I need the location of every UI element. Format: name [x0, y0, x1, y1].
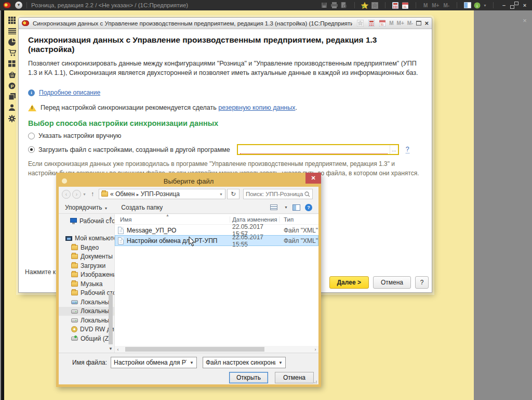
column-date[interactable]: Дата изменения [230, 216, 280, 223]
browse-button[interactable]: ... [390, 145, 398, 154]
split-window-icon[interactable] [463, 2, 471, 9]
parking-icon[interactable]: P [8, 82, 17, 89]
scroll-left-icon[interactable]: ‹ [115, 347, 121, 352]
memory-m-minus-button[interactable]: M- [407, 20, 414, 26]
sidebar-item-local-disk[interactable]: Локальный диск [59, 316, 114, 325]
dialog-cancel-button[interactable]: Отмена [275, 372, 314, 383]
apps-grid-icon[interactable] [8, 16, 17, 24]
sidebar-item-pictures[interactable]: Изображения [59, 270, 114, 280]
sidebar-item-dvd[interactable]: DVD RW дисково [59, 325, 114, 334]
memory-m-plus-button[interactable]: M+ [431, 3, 440, 8]
search-box[interactable] [243, 189, 313, 199]
calculator-icon[interactable] [367, 20, 375, 27]
open-button[interactable]: Открыть [229, 372, 268, 383]
view-mode-icon[interactable] [270, 204, 277, 210]
forward-button[interactable]: › [72, 190, 81, 199]
tiles-icon[interactable] [8, 60, 17, 68]
breadcrumb[interactable]: « Обмен ▸ УПП-Розница [110, 190, 180, 198]
up-button[interactable]: ↑ [88, 189, 97, 199]
documents-icon[interactable] [8, 93, 17, 100]
sidebar-item-local-disk[interactable]: Локальный диск [59, 298, 114, 307]
save-icon[interactable] [321, 2, 328, 9]
sidebar-item-desktop-folder[interactable]: Рабочий стол [59, 289, 114, 298]
input-help-link[interactable]: ? [406, 146, 409, 153]
help-icon[interactable]: ? [305, 204, 312, 211]
sidebar-item-computer[interactable]: Мой компьютер - [59, 234, 114, 243]
organize-button[interactable]: Упорядочить▼ [65, 204, 108, 211]
favorites-icon[interactable] [371, 2, 379, 9]
dialog-close-button[interactable]: ✕ [305, 173, 321, 184]
add-favorite-icon[interactable] [361, 2, 369, 9]
menu-lines-icon[interactable] [8, 27, 17, 35]
new-folder-button[interactable]: Создать папку [121, 204, 163, 211]
next-button[interactable]: Далее > [329, 276, 369, 289]
info-icon[interactable]: i [473, 2, 481, 9]
desktop-icon [70, 218, 77, 223]
sidebar-item-music[interactable]: Музыка [59, 279, 114, 289]
search-input[interactable] [246, 191, 304, 197]
calendar-icon[interactable]: 31 [402, 2, 409, 9]
memory-m-button[interactable]: M [422, 3, 429, 8]
radio-load-file-label[interactable]: Загрузить файл с настройками, созданный … [38, 146, 230, 153]
memory-m-button[interactable]: M [389, 20, 393, 26]
column-headers: Имя Дата изменения Тип [115, 214, 318, 225]
radio-load-file[interactable] [28, 146, 35, 153]
input-underline [240, 151, 388, 154]
back-button[interactable]: ‹ [62, 190, 71, 199]
minimize-button[interactable]: – [500, 2, 508, 8]
sidebar-item-local-disk[interactable]: Локальный диск [59, 307, 114, 316]
sidebar-item-downloads[interactable]: Загрузки [59, 261, 114, 270]
column-name[interactable]: Имя [115, 216, 230, 223]
filename-combobox[interactable]: Настройки обмена для РТ-УПП▼ [111, 357, 197, 368]
preview-pane-icon[interactable] [292, 204, 300, 211]
resize-grip[interactable] [314, 380, 317, 383]
warning-text: Перед настройкой синхронизации рекоменду… [41, 104, 297, 111]
memory-m-plus-button[interactable]: M+ [397, 20, 404, 26]
help-button[interactable]: ? [415, 276, 429, 289]
cart-icon[interactable] [8, 49, 17, 57]
scroll-up-icon[interactable]: ▲ [108, 215, 113, 221]
sidebar-item-documents[interactable]: Документы [59, 252, 114, 262]
panel-close-icon[interactable]: × [521, 17, 529, 25]
scroll-thumb[interactable] [109, 293, 113, 344]
chevron-down-icon[interactable]: ▼ [483, 4, 487, 7]
sidebar-item-videos[interactable]: Видео [59, 243, 114, 252]
table-row[interactable]: Message_УП_РО 22.05.2017 15:57 Файл "XML… [115, 225, 318, 235]
radio-manual-label[interactable]: Указать настройки вручную [38, 132, 121, 139]
favorites-icon[interactable] [356, 20, 364, 27]
basket-icon[interactable] [8, 71, 17, 79]
scroll-thumb[interactable] [125, 347, 264, 352]
window-close-button[interactable]: × [424, 20, 429, 27]
details-link[interactable]: Подробное описание [39, 89, 100, 96]
sidebar-item-desktop[interactable]: Рабочий стол [59, 216, 114, 226]
cancel-button[interactable]: Отмена [373, 276, 411, 289]
column-type[interactable]: Тип [280, 216, 318, 223]
sidebar-scrollbar[interactable]: ▲ ▼ [108, 215, 113, 352]
view-caret-icon[interactable]: ▼ [284, 205, 288, 209]
scroll-right-icon[interactable]: › [312, 347, 318, 352]
backup-link[interactable]: резервную копию данных [218, 104, 295, 111]
history-caret-icon[interactable]: ▼ [83, 192, 86, 196]
dialog-footer: Имя файла: Настройки обмена для РТ-УПП▼ … [59, 353, 318, 384]
maximize-button[interactable] [416, 21, 421, 25]
close-button[interactable]: × [521, 2, 529, 8]
filetype-combobox[interactable]: Файл настроек синхронизаци▼ [203, 357, 286, 368]
main-menu-button[interactable]: ▼ [15, 2, 22, 9]
scroll-down-icon[interactable]: ▼ [108, 346, 113, 352]
horizontal-scrollbar[interactable]: ‹ › [115, 346, 318, 353]
table-row-selected[interactable]: Настройки обмена для РТ-УПП 22.05.2017 1… [115, 236, 318, 246]
radio-manual-settings[interactable] [28, 133, 35, 139]
gear-icon[interactable] [8, 114, 17, 122]
memory-m-minus-button[interactable]: M- [442, 3, 450, 8]
pie-chart-icon[interactable] [8, 38, 17, 46]
person-icon[interactable] [8, 104, 17, 111]
calendar-icon[interactable]: 31 [378, 20, 386, 27]
sidebar-item-shared-z[interactable]: Общий (Z:) [59, 334, 114, 343]
calculator-icon[interactable] [392, 2, 400, 9]
preview-icon[interactable] [340, 2, 348, 9]
address-caret-icon[interactable]: ▼ [219, 192, 223, 196]
print-icon[interactable] [330, 2, 338, 9]
refresh-button[interactable]: ↻ [227, 189, 240, 199]
settings-file-input[interactable]: ... [237, 144, 399, 155]
address-bar[interactable]: « Обмен ▸ УПП-Розница ▼ [99, 189, 225, 199]
